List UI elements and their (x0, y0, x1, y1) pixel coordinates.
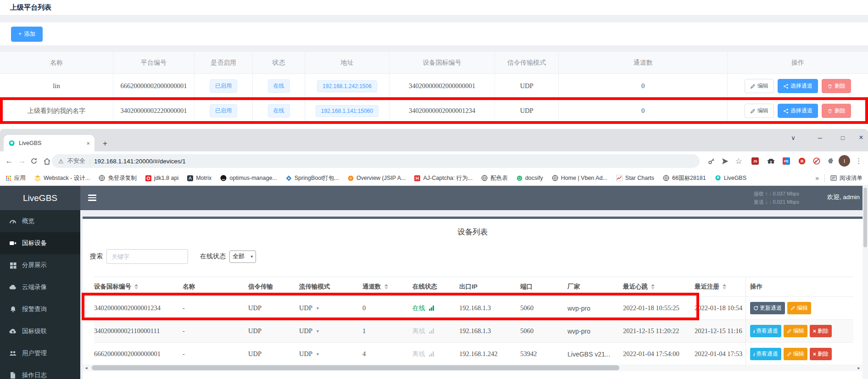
update-channels-button[interactable]: 更新通道 (750, 302, 785, 314)
extensions-puzzle-icon[interactable] (826, 156, 837, 167)
sidebar-item-overview[interactable]: 概览 (0, 210, 80, 232)
bookmark-jdk-api[interactable]: jdk1.8 api (145, 175, 179, 181)
sidebar-item-split-screen[interactable]: 分屏展示 (0, 254, 80, 276)
bookmark-gb28181[interactable]: 66国标28181 (663, 174, 706, 182)
online-status-select[interactable]: 全部 ▾ (229, 251, 256, 263)
url-text[interactable]: 192.168.1.141:20000/#/devices/1 (94, 158, 186, 165)
star-icon[interactable]: ☆ (733, 156, 744, 167)
edit-button[interactable]: 编辑 (784, 325, 807, 337)
col-actions: 操作 (746, 277, 853, 296)
bookmark-vben-home[interactable]: Home | Vben Ad... (552, 175, 607, 181)
reading-list-button[interactable]: 阅读清单 (830, 174, 862, 182)
vertical-scrollbar-thumb[interactable] (863, 188, 867, 247)
delete-button[interactable]: 删除 (822, 79, 851, 93)
transport-mode: UDP (495, 74, 559, 99)
online-status-link[interactable]: 在线 (412, 297, 434, 319)
security-chip[interactable]: 不安全 (67, 157, 85, 165)
reload-icon[interactable] (28, 156, 39, 167)
delete-button[interactable]: 删除 (822, 104, 851, 118)
profile-avatar[interactable]: I (839, 155, 850, 167)
device-heartbeat: 2022-01-04 17:54:00 (623, 343, 679, 365)
bookmark-springboot[interactable]: SpringBoot打包... (286, 174, 339, 182)
vertical-scrollbar[interactable] (862, 186, 868, 379)
device-port: 5060 (520, 297, 534, 319)
extension-fe-icon[interactable]: FE (781, 156, 792, 167)
search-input[interactable] (106, 249, 188, 264)
browser-tab[interactable]: LiveGBS × (4, 135, 95, 151)
sidebar-item-alarm-query[interactable]: 报警查询 (0, 298, 80, 320)
bookmark-motrix[interactable]: Motrix (187, 175, 211, 181)
sidebar-item-cascade[interactable]: 国标级联 (0, 320, 80, 342)
signal-chart-icon (429, 306, 434, 311)
col-heartbeat[interactable]: 最近心跳 (623, 277, 655, 296)
extension-js-icon[interactable]: JS (750, 156, 761, 167)
select-channel-button[interactable]: 选择通道 (778, 79, 818, 93)
window-close-icon[interactable]: × (854, 132, 868, 144)
sidebar-item-cloud-record[interactable]: 云端录像 (0, 276, 80, 298)
forward-icon[interactable]: → (17, 156, 28, 167)
sidebar-item-devices[interactable]: 国标设备 (0, 232, 80, 254)
edit-button[interactable]: 编辑 (787, 302, 811, 314)
device-name: - (183, 320, 185, 342)
row-actions: 更新通道 编辑 (746, 297, 853, 319)
new-tab-button[interactable]: + (99, 138, 111, 150)
edit-button[interactable]: 编辑 (745, 79, 774, 93)
scroll-left-icon[interactable]: ◂ (83, 364, 90, 371)
horizontal-scrollbar[interactable]: ◂ ▸ (83, 364, 862, 371)
browser-menu-dots-icon[interactable]: ⋮ (853, 156, 864, 167)
status-tag: 在线 (268, 79, 290, 93)
sort-icon (651, 284, 655, 290)
bookmark-color-table[interactable]: 配色表 (481, 174, 508, 182)
col-device-id[interactable]: 设备国标编号 (94, 277, 138, 296)
col-channels[interactable]: 通道数 (362, 277, 388, 296)
enabled-tag: 已启用 (210, 104, 237, 117)
sidebar-item-operation-log[interactable]: 操作日志 (0, 364, 80, 379)
bookmark-star-charts[interactable]: Star Charts (616, 175, 654, 181)
delete-button[interactable]: × 删除 (810, 325, 832, 337)
col-registered[interactable]: 最近注册 (695, 277, 746, 296)
stream-mode-dropdown[interactable]: UDP▾ (299, 297, 319, 319)
online-status-link[interactable]: 离线 (412, 320, 434, 342)
add-button[interactable]: + 添加 (11, 27, 43, 42)
edit-button[interactable]: 编辑 (745, 104, 774, 118)
online-status-link[interactable]: 离线 (412, 343, 434, 365)
bookmark-apps[interactable]: 应用 (6, 174, 26, 182)
bookmark-overview-jsip[interactable]: Overview (JSIP A... (348, 175, 406, 181)
stream-mode-dropdown[interactable]: UDP▾ (299, 343, 319, 365)
window-maximize-icon[interactable]: □ (836, 132, 850, 144)
scroll-right-icon[interactable]: ▸ (855, 364, 862, 371)
send-icon[interactable] (719, 156, 730, 167)
horizontal-scrollbar-thumb[interactable] (92, 365, 619, 370)
address-bar[interactable]: ⚠ 不安全 | 192.168.1.141:20000/#/devices/1 (52, 154, 700, 168)
hamburger-menu-icon[interactable] (88, 195, 96, 201)
extension-blocker-icon[interactable] (811, 156, 822, 167)
sidebar-item-user-management[interactable]: 用户管理 (0, 342, 80, 364)
key-icon[interactable] (706, 156, 717, 167)
bookmarks-overflow-chevron[interactable]: » (815, 174, 819, 182)
bookmark-docsify[interactable]: docsify (517, 175, 543, 181)
device-ip: 192.168.1.3 (459, 297, 491, 319)
back-icon[interactable]: ← (4, 156, 15, 167)
tab-close-icon[interactable]: × (86, 140, 90, 147)
app-brand[interactable]: LiveGBS (0, 186, 80, 210)
bookmark-webstack[interactable]: Webstack - 设计... (34, 174, 90, 182)
window-chevron-icon[interactable]: ∨ (786, 132, 800, 144)
bookmark-aj-captcha[interactable]: AJ-Captcha: 行为... (414, 174, 473, 182)
view-channels-button[interactable]: i 查看通道 (750, 348, 781, 360)
webstack-icon (34, 175, 41, 181)
edit-button[interactable]: 编辑 (784, 348, 807, 360)
welcome-user[interactable]: 欢迎, admin (827, 193, 860, 201)
bookmark-copy-free[interactable]: 免登录复制 (99, 174, 137, 182)
home-icon[interactable] (41, 156, 52, 167)
select-channel-button[interactable]: 选择通道 (778, 104, 818, 118)
window-minimize-icon[interactable]: ─ (813, 132, 827, 144)
col-transport: 信令传输 (248, 277, 273, 296)
device-registered: 2022-01-18 10:54 (695, 297, 746, 319)
bookmark-livegbs[interactable]: LiveGBS (715, 175, 746, 181)
extension-stop-hand-icon[interactable] (796, 156, 807, 167)
stream-mode-dropdown[interactable]: UDP▾ (299, 320, 319, 342)
bookmark-optimus-manage[interactable]: optimus-manage... (220, 175, 277, 181)
delete-button[interactable]: × 删除 (810, 348, 832, 360)
view-channels-button[interactable]: i 查看通道 (750, 325, 781, 337)
extension-incognito-icon[interactable] (765, 156, 776, 167)
